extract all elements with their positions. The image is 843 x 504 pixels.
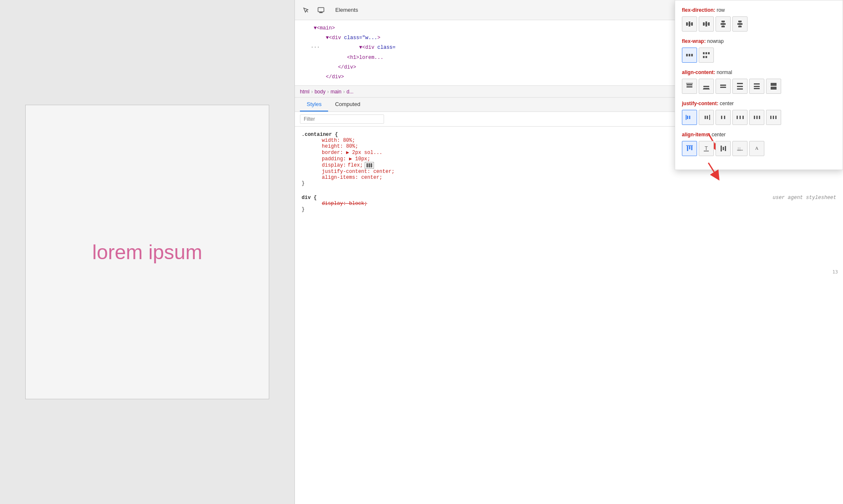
flex-wrap-wrap-btn[interactable] [699, 48, 714, 63]
svg-rect-20 [691, 54, 693, 56]
svg-rect-65 [721, 146, 722, 151]
svg-rect-66 [723, 147, 724, 150]
svg-rect-58 [775, 116, 777, 119]
svg-rect-4 [368, 163, 370, 167]
justify-content-section: justify-content: center [682, 101, 836, 125]
svg-rect-43 [687, 116, 688, 119]
svg-rect-33 [720, 87, 726, 88]
breadcrumb-main[interactable]: main [331, 89, 342, 95]
align-items-flex-start-btn[interactable] [682, 141, 697, 156]
justify-content-flex-start-btn[interactable] [682, 110, 697, 125]
svg-rect-48 [721, 116, 722, 119]
justify-content-space-between-btn[interactable] [732, 110, 748, 125]
svg-rect-30 [703, 86, 709, 87]
flex-direction-row-reverse-btn[interactable] [699, 16, 714, 32]
css-prop-display-ua[interactable]: display: block; [302, 201, 836, 207]
svg-rect-40 [771, 83, 777, 86]
svg-rect-35 [737, 86, 743, 87]
breadcrumb-html[interactable]: html [300, 89, 310, 95]
flex-editor-overlay: flex-direction: row [675, 0, 843, 170]
align-items-stretch-btn[interactable]: A [749, 141, 764, 156]
svg-rect-62 [691, 146, 692, 150]
svg-text:T: T [705, 146, 708, 151]
svg-rect-25 [705, 56, 707, 58]
tab-elements[interactable]: Elements [330, 5, 363, 15]
justify-content-space-evenly-btn[interactable] [766, 110, 781, 125]
justify-content-space-around-btn[interactable] [749, 110, 764, 125]
css-rule-div: div { user agent stylesheet display: blo… [295, 193, 843, 214]
css-rule-div-header: div { user agent stylesheet [302, 195, 836, 201]
svg-rect-67 [725, 146, 726, 151]
svg-rect-54 [756, 116, 758, 119]
breadcrumb-div[interactable]: d... [347, 89, 354, 95]
svg-rect-18 [686, 54, 688, 56]
svg-rect-22 [705, 52, 707, 54]
svg-rect-61 [689, 146, 690, 149]
svg-rect-31 [703, 88, 709, 89]
svg-rect-24 [703, 56, 705, 58]
svg-rect-37 [754, 83, 760, 85]
svg-rect-50 [737, 116, 738, 119]
align-items-flex-end-btn[interactable]: T [699, 141, 714, 156]
align-content-space-around-btn[interactable] [749, 79, 764, 94]
svg-rect-28 [687, 86, 692, 88]
svg-rect-49 [724, 116, 725, 119]
svg-rect-36 [737, 88, 743, 90]
filter-input[interactable] [300, 114, 384, 124]
flex-direction-column-reverse-btn[interactable] [732, 16, 748, 32]
lorem-ipsum-text: lorem ipsum [92, 241, 202, 264]
svg-rect-38 [754, 86, 760, 87]
flex-direction-buttons [682, 16, 836, 32]
svg-rect-21 [703, 52, 705, 54]
svg-rect-53 [754, 116, 755, 119]
tab-computed[interactable]: Computed [328, 98, 367, 111]
svg-rect-41 [771, 87, 777, 90]
flex-wrap-title: flex-wrap: nowrap [682, 38, 836, 44]
flex-direction-row-btn[interactable] [682, 16, 697, 32]
tab-styles[interactable]: Styles [300, 98, 328, 111]
svg-rect-23 [708, 52, 710, 54]
css-comment-user-agent: user agent stylesheet [773, 195, 836, 201]
css-prop-align[interactable]: align-items: center; [302, 175, 836, 180]
svg-rect-3 [366, 163, 368, 167]
svg-rect-5 [371, 163, 372, 167]
justify-content-buttons [682, 110, 836, 125]
flex-direction-title: flex-direction: row [682, 7, 836, 13]
svg-rect-1 [318, 8, 324, 12]
css-brace-div-close: } [302, 207, 836, 212]
svg-rect-52 [742, 116, 744, 119]
align-content-section: align-content: normal [682, 69, 836, 94]
flex-display-icon[interactable] [365, 162, 374, 169]
align-content-center-btn[interactable] [716, 79, 731, 94]
inspect-icon[interactable] [300, 4, 312, 16]
svg-rect-55 [759, 116, 760, 119]
align-items-baseline-btn[interactable]: | | [732, 141, 748, 156]
flex-direction-column-btn[interactable] [716, 16, 731, 32]
device-icon[interactable] [315, 4, 327, 16]
flex-wrap-nowrap-btn[interactable] [682, 48, 697, 63]
svg-rect-46 [707, 116, 708, 119]
css-brace-close: } [302, 180, 836, 186]
align-items-center-btn[interactable] [716, 141, 731, 156]
align-content-end-btn[interactable] [699, 79, 714, 94]
svg-rect-60 [687, 146, 688, 151]
svg-rect-47 [705, 116, 706, 119]
align-content-space-between-btn[interactable] [732, 79, 748, 94]
align-content-stretch-btn[interactable] [766, 79, 781, 94]
justify-content-flex-end-btn[interactable] [699, 110, 714, 125]
flex-direction-section: flex-direction: row [682, 7, 836, 32]
flex-wrap-buttons [682, 48, 836, 63]
breadcrumb-body[interactable]: body [315, 89, 326, 95]
align-items-buttons: T | | [682, 141, 836, 156]
devtools-panel: Elements ✕ ▼<main> ▼<div class="w...> ··… [294, 0, 843, 504]
svg-rect-32 [720, 85, 726, 86]
align-items-section: align-items: center T [682, 132, 836, 156]
align-content-start-btn[interactable] [682, 79, 697, 94]
svg-text:A: A [755, 146, 758, 151]
justify-content-center-btn[interactable] [716, 110, 731, 125]
svg-rect-57 [773, 116, 774, 119]
justify-content-title: justify-content: center [682, 101, 836, 106]
line-number: 13 [832, 269, 838, 275]
svg-rect-27 [687, 84, 692, 85]
svg-rect-44 [689, 116, 690, 119]
